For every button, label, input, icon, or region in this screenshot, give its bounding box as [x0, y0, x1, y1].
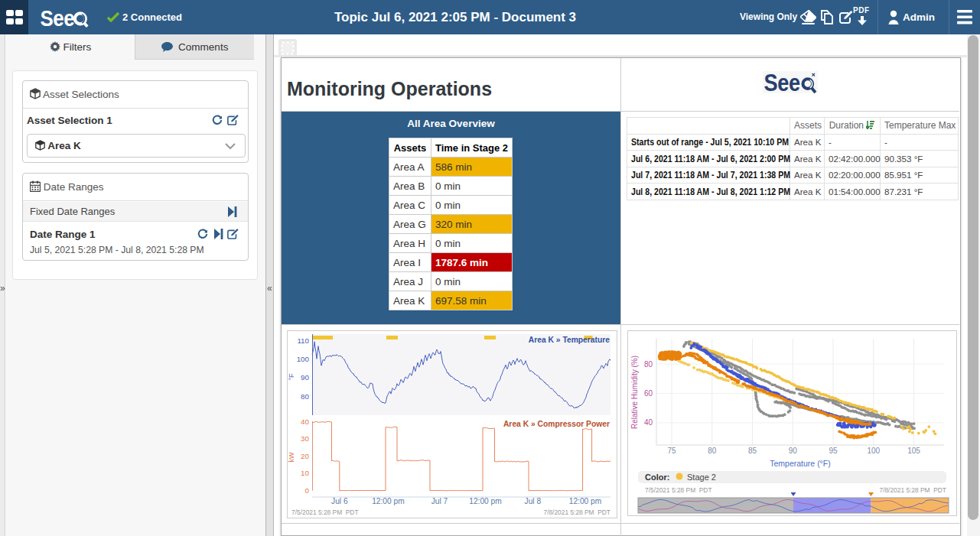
svg-text:Jul 8: Jul 8: [525, 497, 542, 505]
svg-text:105: 105: [907, 447, 920, 455]
svg-text:7/5/2021 5:28 PM PDT: 7/5/2021 5:28 PM PDT: [291, 508, 359, 516]
svg-text:100: 100: [297, 355, 310, 363]
svg-text:See: See: [41, 6, 75, 31]
svg-text:90: 90: [301, 373, 309, 382]
svg-text:85: 85: [748, 447, 757, 455]
svg-text:Jul 6: Jul 6: [331, 497, 348, 505]
svg-text:Temperature (°F): Temperature (°F): [770, 459, 830, 468]
svg-text:80: 80: [644, 360, 653, 369]
svg-text:kW: kW: [288, 452, 295, 463]
svg-text:80: 80: [708, 447, 717, 455]
svg-text:7/8/2021 5:28 PM PDT: 7/8/2021 5:28 PM PDT: [543, 508, 610, 516]
svg-text:12:00 pm: 12:00 pm: [469, 497, 501, 505]
svg-text:Relative Humidity (%): Relative Humidity (%): [630, 356, 639, 429]
svg-text:60: 60: [644, 389, 653, 398]
svg-text:90: 90: [789, 447, 798, 455]
svg-text:7/8/2021 5:28 PM PDT: 7/8/2021 5:28 PM PDT: [879, 486, 946, 494]
svg-text:Color:: Color:: [645, 473, 669, 482]
svg-text:95: 95: [829, 447, 838, 455]
svg-text:30: 30: [301, 434, 309, 443]
svg-text:110: 110: [297, 336, 309, 345]
svg-text:°F: °F: [288, 373, 295, 381]
svg-text:7/5/2021 5:28 PM PDT: 7/5/2021 5:28 PM PDT: [645, 486, 712, 494]
svg-text:80: 80: [301, 392, 309, 401]
svg-text:Jul 7: Jul 7: [431, 497, 448, 505]
svg-text:40: 40: [301, 417, 309, 426]
svg-text:12:00 pm: 12:00 pm: [569, 497, 601, 505]
svg-text:12:00 pm: 12:00 pm: [372, 497, 404, 505]
svg-text:100: 100: [867, 447, 880, 455]
svg-text:75: 75: [667, 447, 676, 455]
svg-text:Stage 2: Stage 2: [687, 473, 716, 482]
svg-text:20: 20: [301, 452, 309, 460]
svg-text:0: 0: [305, 486, 310, 495]
svg-text:Area K » Temperature: Area K » Temperature: [529, 336, 610, 344]
svg-text:10: 10: [301, 469, 309, 477]
svg-text:Area K » Compressor Power: Area K » Compressor Power: [503, 420, 610, 428]
svg-text:40: 40: [644, 418, 653, 427]
svg-text:See: See: [764, 71, 800, 96]
